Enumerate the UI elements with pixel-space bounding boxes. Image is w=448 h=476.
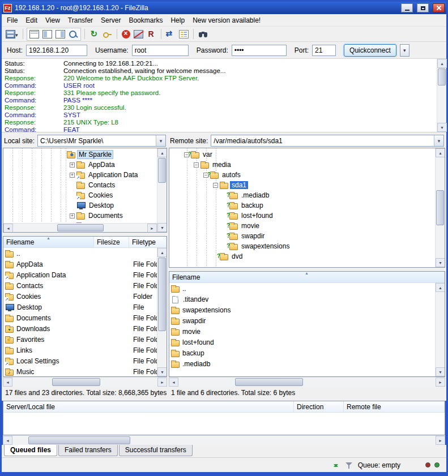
minimize-button[interactable]	[401, 3, 413, 12]
quickconnect-dropdown-button[interactable]	[400, 44, 409, 57]
file-row-links[interactable]: LinksFile Folder	[3, 345, 157, 355]
scroll-up-button[interactable]	[436, 148, 445, 157]
file-row-application-data[interactable]: Application DataFile Folder	[3, 269, 157, 280]
scroll-down-button[interactable]	[157, 223, 167, 232]
scroll-left-button[interactable]	[3, 224, 13, 233]
cancel-button[interactable]	[121, 29, 131, 40]
file-row-parent-directory[interactable]: ..	[169, 283, 435, 294]
expander-plus-icon[interactable]: +	[70, 213, 75, 218]
tab-queued-files[interactable]: Queued files	[4, 445, 57, 456]
password-input[interactable]	[232, 45, 287, 56]
scroll-track[interactable]	[437, 68, 446, 123]
file-row-local-settings[interactable]: Local SettingsFile Folder	[3, 355, 157, 366]
tree-item-media[interactable]: −media	[169, 160, 435, 170]
menu-view[interactable]: View	[41, 15, 64, 26]
tab-failed-transfers[interactable]: Failed transfers	[58, 445, 118, 456]
disconnect-button[interactable]	[133, 29, 144, 40]
remote-site-dropdown-icon[interactable]	[434, 135, 443, 146]
local-tree-hscrollbar[interactable]	[3, 223, 157, 232]
tree-item-movie[interactable]: movie	[169, 221, 435, 231]
tree-item-mr-sparkle[interactable]: Mr Sparkle	[3, 149, 157, 160]
scroll-left-button[interactable]	[169, 378, 178, 387]
quickconnect-button[interactable]: Quickconnect	[344, 44, 396, 57]
scroll-track[interactable]	[157, 157, 167, 223]
file-row-documents[interactable]: DocumentsFile Folder	[3, 312, 157, 323]
file-row-lost-found[interactable]: lost+found	[169, 337, 435, 348]
host-input[interactable]	[26, 45, 87, 56]
scroll-thumb[interactable]	[235, 378, 303, 386]
scroll-left-button[interactable]	[3, 436, 12, 445]
expander-plus-icon[interactable]: +	[70, 173, 75, 178]
refresh-button[interactable]	[88, 29, 100, 40]
menu-new-version-notice[interactable]: New version available!	[189, 15, 264, 26]
tree-item-application-data[interactable]: +Application Data	[3, 170, 157, 180]
directory-comparison-button[interactable]	[178, 29, 190, 40]
file-row-favorites[interactable]: FavoritesFile Folder	[3, 334, 157, 345]
local-list-vscrollbar[interactable]	[157, 248, 167, 376]
file-row-swapdir[interactable]: swapdir	[169, 315, 435, 326]
column-header-server-local-file[interactable]: Server/Local file	[3, 401, 294, 412]
username-input[interactable]	[132, 45, 189, 56]
scroll-thumb[interactable]	[28, 436, 130, 444]
file-row-parent-directory[interactable]: ..	[3, 248, 157, 259]
tree-item-downloads[interactable]: +Downloads	[3, 221, 157, 223]
expander-minus-icon[interactable]: −	[213, 183, 218, 188]
file-row-desktop[interactable]: DesktopFile	[3, 302, 157, 312]
queue-body[interactable]	[3, 413, 445, 435]
local-list-hscrollbar[interactable]	[3, 377, 167, 387]
file-row-swapextensions[interactable]: swapextensions	[169, 305, 435, 315]
scroll-thumb[interactable]	[438, 68, 446, 85]
remote-list-vscrollbar[interactable]	[435, 283, 445, 376]
column-header-filesize[interactable]: Filesize	[94, 237, 129, 247]
scroll-track[interactable]	[13, 224, 147, 232]
menu-transfer[interactable]: Transfer	[64, 15, 97, 26]
scroll-right-button[interactable]	[436, 378, 445, 387]
synchronized-browsing-button[interactable]	[165, 29, 177, 40]
tree-item-desktop[interactable]: Desktop	[3, 200, 157, 211]
scroll-down-button[interactable]	[436, 367, 445, 376]
file-row-contacts[interactable]: ContactsFile Folder	[3, 280, 157, 291]
toggle-queue-button[interactable]	[67, 29, 79, 40]
menu-edit[interactable]: Edit	[22, 15, 41, 26]
menu-bookmarks[interactable]: Bookmarks	[125, 15, 167, 26]
file-row-music[interactable]: MusicFile Folder	[3, 366, 157, 376]
scroll-down-button[interactable]	[157, 367, 167, 376]
file-row-titandev[interactable]: .titandev	[169, 294, 435, 305]
scroll-track[interactable]	[436, 157, 445, 258]
tree-item-cookies[interactable]: Cookies	[3, 190, 157, 200]
scroll-down-button[interactable]	[436, 258, 445, 267]
port-input[interactable]	[312, 45, 336, 56]
remote-site-combobox[interactable]: /var/media/autofs/sda1	[211, 135, 444, 147]
scroll-up-button[interactable]	[157, 248, 167, 257]
scroll-thumb[interactable]	[158, 158, 166, 183]
menu-help[interactable]: Help	[167, 15, 189, 26]
scroll-thumb[interactable]	[158, 258, 166, 331]
scroll-right-button[interactable]	[157, 378, 167, 387]
file-row-movie[interactable]: movie	[169, 326, 435, 337]
tree-item-documents[interactable]: +Documents	[3, 211, 157, 221]
menu-file[interactable]: File	[3, 15, 22, 26]
close-button[interactable]	[433, 3, 445, 12]
local-site-dropdown-icon[interactable]	[156, 135, 165, 146]
scroll-left-button[interactable]	[3, 378, 12, 387]
scroll-track[interactable]	[12, 378, 157, 387]
file-row-mediadb[interactable]: .mediadb	[169, 358, 435, 369]
scroll-track[interactable]	[157, 257, 167, 367]
scroll-thumb[interactable]	[436, 190, 444, 225]
column-header-filename[interactable]: ▲Filename	[169, 272, 445, 282]
log-scrollbar[interactable]	[437, 59, 446, 132]
tree-item-swapextensions[interactable]: swapextensions	[169, 241, 435, 251]
scroll-thumb[interactable]	[57, 224, 104, 231]
scroll-up-button[interactable]	[436, 283, 445, 292]
maximize-button[interactable]	[417, 3, 429, 12]
tree-item-dvd[interactable]: dvd	[169, 251, 435, 261]
tree-item-sda1[interactable]: −sda1	[169, 180, 435, 190]
column-header-remote-file[interactable]: Remote file	[344, 401, 445, 412]
column-header-direction[interactable]: Direction	[294, 401, 344, 412]
expander-minus-icon[interactable]: −	[194, 162, 199, 168]
scroll-thumb[interactable]	[52, 378, 100, 386]
file-row-downloads[interactable]: DownloadsFile Folder	[3, 323, 157, 334]
title-bar[interactable]: Fz 192.168.1.20 - root@192.168.1.20 - Fi…	[2, 2, 446, 14]
scroll-track[interactable]	[12, 436, 436, 445]
site-manager-button[interactable]	[5, 29, 19, 40]
